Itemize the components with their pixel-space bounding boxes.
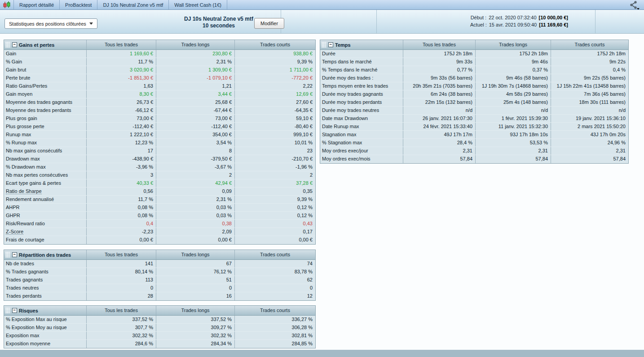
cell-value: 2 — [234, 171, 315, 179]
table-title: Gains et pertes — [19, 42, 54, 48]
cell-value: 27,60 € — [234, 98, 315, 106]
cell-value: 16 — [156, 292, 234, 300]
cell-value: -3,67 % — [156, 163, 234, 171]
chevron-down-icon — [89, 22, 93, 25]
cell-value: 1 222,10 € — [86, 131, 156, 138]
cell-value: 2,09 — [156, 228, 234, 236]
tab-probacktest[interactable]: ProBacktest — [60, 0, 97, 9]
cell-value: 302,81 % — [234, 332, 315, 339]
cell-value: 0,09 — [156, 187, 234, 195]
cell-value: 0,35 — [234, 187, 315, 195]
cell-value: n/d — [475, 107, 551, 114]
column-header-all-trades: Tous les trades — [403, 40, 475, 49]
cell-value: 8,30 € — [86, 90, 156, 98]
drag-handle-icon[interactable] — [5, 252, 10, 258]
cell-value: -1 851,30 € — [86, 74, 156, 82]
row-label: Durée moy trades gagnants — [320, 90, 403, 98]
statistics-filter-dropdown[interactable]: Statistiques des positions clôturées — [4, 18, 97, 29]
cell-value: 2,31 % — [156, 196, 234, 203]
collapse-button[interactable] — [12, 42, 17, 47]
start-datetime: 22 oct. 2020 07:32:40 — [489, 14, 536, 21]
row-label: Rendement annualisé — [4, 196, 86, 203]
current-datetime: 15 avr. 2021 09:50:40 — [489, 21, 537, 28]
table-row: Drawdown max-438,90 €-379,50 €-210,70 € — [4, 155, 315, 163]
row-label: Durée moy trades neutres — [320, 107, 403, 114]
cell-value: 28,4 % — [403, 139, 475, 147]
cell-value: 0,4 % — [551, 66, 628, 74]
cell-value: 0 — [234, 284, 315, 292]
row-label: % Exposition Moy au risque — [4, 324, 86, 331]
cell-value: 3 020,90 € — [86, 66, 156, 74]
column-header-long-trades: Trades longs — [475, 40, 551, 49]
cell-value: 141 — [86, 260, 156, 268]
cell-value: 0,03 % — [156, 204, 234, 211]
cell-value: -2,23 — [86, 228, 156, 236]
table-row: Plus grosse perte-112,40 €-112,40 €-80,4… — [4, 123, 315, 131]
row-label: Exposition max — [4, 332, 86, 339]
row-label: Plus gros gain — [4, 115, 86, 122]
tab-wall-street-cash[interactable]: Wall Street Cash (1€) — [169, 0, 227, 9]
cell-value: 57,84 — [551, 155, 628, 163]
cell-value: 113 — [86, 276, 156, 284]
cell-value: n/d — [551, 107, 628, 114]
tab-rapport-detaille[interactable]: Rapport détaillé — [14, 0, 60, 9]
cell-value: 9m 22s (55 barres) — [551, 74, 628, 82]
tab-dj-10s-neutral-zone[interactable]: DJ 10s Neutral Zone v5 mtf — [97, 0, 169, 9]
row-label: Gain brut — [4, 66, 86, 74]
row-label: Drawdown max — [4, 155, 86, 163]
table-row: % Stagnation max28,4 %53,53 %24,96 % — [320, 139, 628, 147]
row-label: Z-Score — [4, 228, 86, 236]
cell-value: 0,08 % — [86, 204, 156, 211]
cell-value: 175J 2h 18m — [551, 50, 628, 58]
cell-value: -3,96 % — [86, 163, 156, 171]
cell-value: 2,22 — [234, 82, 315, 90]
cell-value: 1J 19h 30m 7s (14868 barres) — [475, 82, 551, 90]
table-title: Temps — [335, 42, 351, 48]
collapse-button[interactable] — [12, 252, 17, 257]
row-label: Frais de courtage — [4, 236, 86, 244]
statistics-filter-label: Statistiques des positions clôturées — [9, 21, 86, 27]
cell-value: -210,70 € — [234, 155, 315, 163]
table-row: Ratio de Sharpe0,560,090,35 — [4, 187, 315, 196]
table-row: Plus gros gain73,00 €73,00 €59,10 € — [4, 115, 315, 123]
share-menu-button[interactable] — [629, 0, 640, 10]
row-label: % Gain — [4, 58, 86, 66]
row-label: Risk/Reward ratio — [4, 220, 86, 228]
cell-value: 0 — [156, 284, 234, 292]
drag-handle-icon[interactable] — [5, 308, 10, 313]
cell-value: 73,00 € — [86, 115, 156, 122]
row-label: Nb max gains consécutifs — [4, 147, 86, 155]
cell-value: -112,40 € — [86, 123, 156, 130]
row-label: Trades perdants — [4, 292, 86, 300]
drag-handle-icon[interactable] — [5, 42, 10, 48]
cell-value: 0,17 — [234, 228, 315, 236]
cell-value: 0,00 € — [86, 236, 156, 244]
collapse-button[interactable] — [12, 308, 17, 313]
modify-button[interactable]: Modifier — [254, 18, 284, 29]
cell-value: 0,4 — [86, 220, 156, 228]
current-label: Actuel : — [470, 21, 487, 28]
cell-value: 59,10 € — [234, 115, 315, 122]
table-row: Risk/Reward ratio0,40,380,43 — [4, 220, 315, 228]
cell-value: 354,00 € — [156, 131, 234, 138]
cell-value: -112,40 € — [156, 123, 234, 130]
row-label: Stagnation max — [320, 131, 403, 138]
table-row: Gain1 169,60 €230,80 €938,80 € — [4, 50, 315, 58]
cell-value: -1 079,10 € — [156, 74, 234, 82]
row-label: Gain — [4, 50, 86, 58]
header-divider — [595, 10, 595, 33]
drag-handle-icon[interactable] — [322, 42, 326, 48]
cell-value: 25,68 € — [156, 98, 234, 106]
row-label: Trades neutres — [4, 284, 86, 292]
cell-value: 83,78 % — [234, 268, 315, 276]
cell-value: 24,96 % — [551, 139, 628, 147]
table-row: Date Runup max24 févr. 2021 15:33:4011 j… — [320, 123, 628, 131]
cell-value: 1 févr. 2021 15:39:30 — [475, 115, 551, 122]
collapse-button[interactable] — [328, 42, 333, 47]
cell-value: 0 — [86, 284, 156, 292]
cell-value: 284,34 % — [156, 340, 234, 348]
cell-value: -64,35 € — [234, 107, 315, 114]
table-row: Durée moy des trades :9m 33s (56 barres)… — [320, 74, 628, 82]
cell-value: 1 711,00 € — [234, 66, 315, 74]
cell-value: 62 — [234, 276, 315, 284]
